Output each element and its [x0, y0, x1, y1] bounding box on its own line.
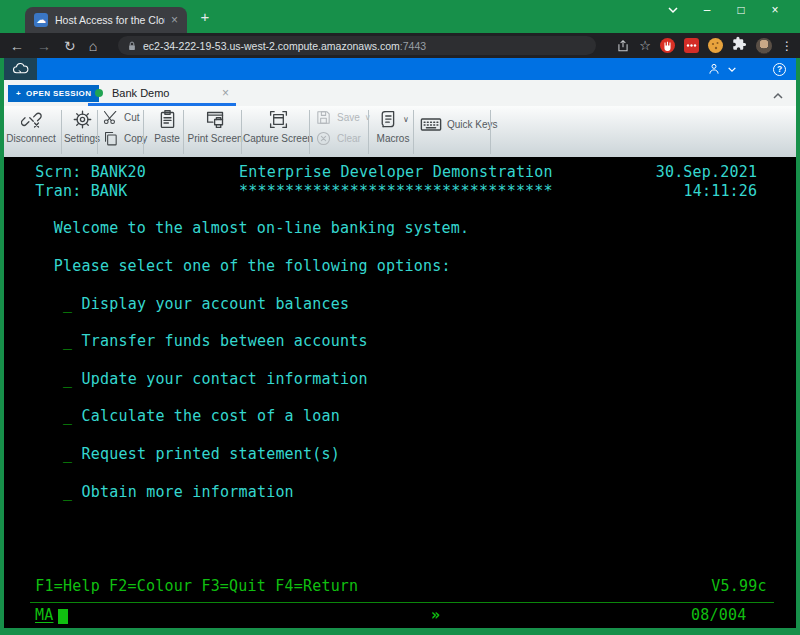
- clear-label: Clear: [337, 133, 361, 144]
- address-bar[interactable]: ec2-34-222-19-53.us-west-2.compute.amazo…: [118, 36, 596, 55]
- reload-icon[interactable]: ↻: [64, 38, 76, 54]
- screen-date: 30.Sep.2021: [656, 164, 758, 181]
- cut-button[interactable]: Cut: [102, 109, 147, 126]
- session-tab-bank-demo[interactable]: Bank Demo ×: [88, 82, 236, 103]
- open-session-button[interactable]: + OPEN SESSION: [8, 85, 99, 102]
- capture-screen-label: Capture Screen: [243, 133, 313, 144]
- clear-button: Clear: [315, 130, 371, 147]
- copy-button[interactable]: Copy: [102, 130, 147, 147]
- paste-label: Paste: [154, 133, 180, 144]
- macros-label: Macros: [377, 133, 410, 144]
- password-extension-icon[interactable]: [684, 38, 699, 53]
- copy-icon: [102, 130, 119, 147]
- macros-button[interactable]: ∨ Macros: [372, 109, 414, 144]
- toolbar-divider: [97, 110, 98, 154]
- minimize-button[interactable]: –: [690, 3, 724, 17]
- app-header: ?: [4, 58, 796, 80]
- save-label: Save: [337, 112, 360, 123]
- maximize-button[interactable]: □: [724, 3, 758, 17]
- cursor-position-indicator: 08/004: [691, 607, 746, 624]
- version-label: V5.99c: [711, 578, 766, 595]
- option-label: Calculate the cost of a loan: [82, 408, 340, 425]
- terminal-screen[interactable]: MA » 08/004 Scrn: BANK20Enterprise Devel…: [4, 157, 796, 628]
- toolbar-divider: [309, 110, 310, 154]
- option-label: Update your contact information: [82, 371, 368, 388]
- home-icon[interactable]: ⌂: [89, 38, 97, 54]
- browser-toolbar: ← → ↻ ⌂ ec2-34-222-19-53.us-west-2.compu…: [0, 33, 800, 58]
- option-input-field[interactable]: _: [63, 408, 72, 425]
- toolbar-divider: [241, 110, 242, 154]
- new-tab-button[interactable]: +: [196, 8, 214, 25]
- toolbar-divider: [490, 110, 491, 154]
- save-icon: [315, 109, 332, 126]
- back-icon[interactable]: ←: [10, 38, 24, 54]
- help-icon[interactable]: ?: [773, 63, 786, 76]
- browser-titlebar: ☁ Host Access for the Cloud × + – □ ×: [0, 0, 800, 33]
- option-input-field[interactable]: _: [63, 371, 72, 388]
- cloud-favicon-icon: ☁: [34, 13, 48, 27]
- save-button: Save ∨: [315, 109, 371, 126]
- session-tab-bar: + OPEN SESSION Bank Demo ×: [4, 80, 796, 106]
- keyboard-indicator: »: [431, 607, 440, 624]
- operator-information-area: MA » 08/004: [4, 607, 796, 627]
- option-input-field[interactable]: _: [63, 484, 72, 501]
- print-screen-button[interactable]: Print Screen: [187, 109, 243, 144]
- session-status-dot: [95, 89, 103, 97]
- cloud-logo-icon: [12, 62, 30, 76]
- screen-title: Enterprise Developer Demonstration: [239, 164, 553, 181]
- app-logo: [4, 58, 37, 80]
- option-input-field[interactable]: _: [63, 296, 72, 313]
- title-underline: **********************************: [239, 183, 553, 200]
- share-icon[interactable]: [616, 39, 630, 53]
- plus-icon: +: [16, 89, 21, 98]
- url-host: ec2-34-222-19-53.us-west-2.compute.amazo…: [143, 40, 400, 52]
- settings-button[interactable]: Settings: [62, 109, 102, 144]
- option-label: Transfer funds between accounts: [82, 333, 368, 350]
- application-window: ☁ Host Access for the Cloud × + – □ × ← …: [0, 0, 800, 635]
- profile-avatar[interactable]: [756, 38, 772, 54]
- collapse-toolbar-chevron-icon[interactable]: [772, 86, 784, 104]
- browser-menu-icon[interactable]: ⋮: [781, 39, 793, 53]
- cursor-block: [58, 609, 68, 624]
- toolbar-divider: [368, 110, 369, 154]
- option-label: Display your account balances: [82, 296, 350, 313]
- cut-label: Cut: [124, 112, 140, 123]
- close-button[interactable]: ×: [758, 3, 792, 17]
- prompt-message: Please select one of the following optio…: [54, 258, 451, 275]
- option-input-field[interactable]: _: [63, 333, 72, 350]
- paste-button[interactable]: Paste: [147, 109, 187, 144]
- clear-icon: [315, 130, 332, 147]
- url-port: :7443: [400, 40, 426, 52]
- function-keys: F1=Help F2=Colour F3=Quit F4=Return: [35, 578, 358, 595]
- tab-search-chevron-icon[interactable]: [656, 3, 690, 17]
- gear-icon: [72, 109, 93, 130]
- disconnect-button[interactable]: Disconnect: [4, 109, 58, 144]
- transaction-id: Tran: BANK: [35, 183, 127, 200]
- option-label: Request printed statement(s): [82, 446, 340, 463]
- settings-label: Settings: [64, 133, 100, 144]
- option-input-field[interactable]: _: [63, 446, 72, 463]
- welcome-message: Welcome to the almost on-line banking sy…: [54, 220, 469, 237]
- open-session-label: OPEN SESSION: [26, 89, 91, 98]
- browser-tab[interactable]: ☁ Host Access for the Cloud ×: [25, 7, 187, 33]
- screen-time: 14:11:26: [683, 183, 757, 200]
- capture-screen-button[interactable]: Capture Screen: [245, 109, 311, 144]
- oia-status-indicator: MA: [35, 607, 53, 624]
- bookmark-star-icon[interactable]: ☆: [639, 38, 651, 53]
- extensions-puzzle-icon[interactable]: [732, 36, 747, 55]
- session-tab-label: Bank Demo: [112, 87, 222, 99]
- toolbar-divider: [183, 110, 184, 154]
- browser-tab-title: Host Access for the Cloud: [55, 14, 165, 26]
- disconnect-icon: [21, 109, 42, 130]
- tab-close-icon[interactable]: ×: [171, 13, 178, 27]
- clipboard-icon: [157, 109, 178, 130]
- keyboard-icon: [420, 116, 442, 133]
- adblock-extension-icon[interactable]: [660, 38, 675, 53]
- quick-keys-button[interactable]: Quick Keys: [420, 116, 498, 133]
- forward-icon: →: [37, 38, 51, 54]
- toolbar-divider: [143, 110, 144, 154]
- session-tab-close-icon[interactable]: ×: [222, 86, 229, 100]
- cookie-extension-icon[interactable]: [708, 38, 723, 53]
- user-icon[interactable]: [707, 62, 721, 76]
- user-menu-chevron-icon[interactable]: [727, 66, 737, 73]
